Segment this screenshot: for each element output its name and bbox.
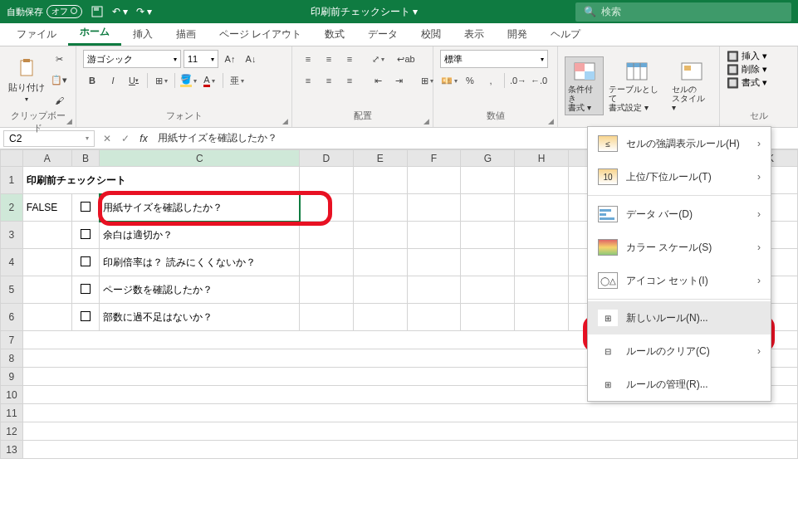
format-cells-button[interactable]: 🔲書式 ▾ <box>727 76 767 89</box>
font-name-combo[interactable]: 游ゴシック▾ <box>83 50 181 68</box>
col-header-c[interactable]: C <box>100 150 300 167</box>
cf-manage-rules[interactable]: ⊞ ルールの管理(R)... <box>588 368 771 401</box>
cancel-formula-button[interactable]: ✕ <box>98 129 116 148</box>
col-header-d[interactable]: D <box>300 150 354 167</box>
col-header-b[interactable]: B <box>71 150 100 167</box>
cf-clear-rules[interactable]: ⊟ ルールのクリア(C)› <box>588 334 771 368</box>
decrease-decimal-button[interactable]: ←.0 <box>530 71 548 90</box>
row-header-3[interactable]: 3 <box>1 222 23 249</box>
row-header-12[interactable]: 12 <box>1 422 23 441</box>
tab-home[interactable]: ホーム <box>68 21 121 46</box>
tab-view[interactable]: 表示 <box>453 23 496 46</box>
align-bottom-button[interactable]: ≡ <box>340 50 359 68</box>
increase-font-button[interactable]: A↑ <box>221 50 239 68</box>
accounting-format-button[interactable]: 💴 <box>440 71 458 90</box>
tab-help[interactable]: ヘルプ <box>539 23 592 46</box>
checkbox-2[interactable] <box>81 202 91 212</box>
underline-button[interactable]: U▾ <box>125 71 143 90</box>
search-box[interactable]: 🔍 検索 <box>575 2 791 22</box>
cell-c6[interactable]: 部数に過不足はないか？ <box>100 304 300 331</box>
insert-cells-button[interactable]: 🔲挿入 ▾ <box>727 50 767 62</box>
increase-decimal-button[interactable]: .0→ <box>509 71 527 90</box>
save-icon[interactable] <box>91 5 104 18</box>
cf-icon-sets[interactable]: ◯△ アイコン セット(I)› <box>588 264 771 297</box>
align-middle-button[interactable]: ≡ <box>320 50 338 68</box>
row-header-10[interactable]: 10 <box>1 386 23 404</box>
increase-indent-button[interactable]: ⇥ <box>389 71 408 90</box>
clipboard-launcher[interactable]: ◢ <box>66 117 72 125</box>
orientation-button[interactable]: ⤢ <box>369 50 387 68</box>
workbook-title[interactable]: 印刷前チェックシート ▾ <box>160 5 567 19</box>
checkbox-6[interactable] <box>81 311 91 321</box>
col-header-g[interactable]: G <box>461 150 515 167</box>
number-format-combo[interactable]: 標準▾ <box>440 50 548 68</box>
row-header-11[interactable]: 11 <box>1 404 23 422</box>
col-header-a[interactable]: A <box>22 150 71 167</box>
fill-color-button[interactable]: 🪣 <box>179 71 198 90</box>
tab-data[interactable]: データ <box>356 23 409 46</box>
cell-b2[interactable] <box>71 194 100 222</box>
font-launcher[interactable]: ◢ <box>282 117 288 125</box>
cf-new-rule[interactable]: ⊞ 新しいルール(N)... <box>588 301 771 334</box>
cf-data-bars[interactable]: データ バー(D)› <box>588 198 771 231</box>
tab-draw[interactable]: 描画 <box>164 23 208 46</box>
cell-a2[interactable]: FALSE <box>22 194 71 222</box>
checkbox-3[interactable] <box>81 229 91 239</box>
cell-c4[interactable]: 印刷倍率は？ 読みにくくないか？ <box>100 249 300 276</box>
tab-insert[interactable]: 挿入 <box>121 23 164 46</box>
percent-button[interactable]: % <box>461 71 479 90</box>
cell-a1[interactable]: 印刷前チェックシート <box>22 167 299 194</box>
phonetic-button[interactable]: 亜 <box>228 71 246 90</box>
bold-button[interactable]: B <box>83 71 101 90</box>
enter-formula-button[interactable]: ✓ <box>116 129 135 148</box>
align-left-button[interactable]: ≡ <box>299 71 317 90</box>
row-header-5[interactable]: 5 <box>1 276 23 304</box>
font-color-button[interactable]: A <box>200 71 218 90</box>
comma-button[interactable]: , <box>482 71 500 90</box>
alignment-launcher[interactable]: ◢ <box>423 117 429 125</box>
copy-button[interactable]: 📋▾ <box>50 71 68 89</box>
italic-button[interactable]: I <box>104 71 122 90</box>
col-header-h[interactable]: H <box>515 150 569 167</box>
checkbox-4[interactable] <box>81 256 91 266</box>
cell-c2[interactable]: 用紙サイズを確認したか？ <box>100 194 300 222</box>
tab-page-layout[interactable]: ページ レイアウト <box>208 23 313 46</box>
cf-color-scales[interactable]: カラー スケール(S)› <box>588 231 771 264</box>
redo-button[interactable]: ↷ ▾ <box>136 6 152 17</box>
checkbox-5[interactable] <box>81 284 91 294</box>
tab-file[interactable]: ファイル <box>5 23 68 46</box>
cut-button[interactable]: ✂ <box>50 50 68 68</box>
delete-cells-button[interactable]: 🔲削除 ▾ <box>727 63 767 76</box>
row-header-9[interactable]: 9 <box>1 368 23 386</box>
col-header-f[interactable]: F <box>407 150 461 167</box>
paste-button[interactable]: 貼り付け ▾ <box>7 55 47 105</box>
row-header-1[interactable]: 1 <box>1 167 23 194</box>
tab-formulas[interactable]: 数式 <box>313 23 356 46</box>
cf-highlight-rules[interactable]: ≤ セルの強調表示ルール(H)› <box>588 127 771 160</box>
format-painter-button[interactable]: 🖌 <box>50 91 68 110</box>
col-header-e[interactable]: E <box>353 150 407 167</box>
select-all-corner[interactable] <box>1 150 23 167</box>
decrease-font-button[interactable]: A↓ <box>242 50 260 68</box>
number-launcher[interactable]: ◢ <box>548 117 554 125</box>
font-size-combo[interactable]: 11▾ <box>184 50 218 68</box>
tab-developer[interactable]: 開発 <box>496 23 539 46</box>
align-center-button[interactable]: ≡ <box>320 71 338 90</box>
row-header-8[interactable]: 8 <box>1 349 23 368</box>
row-header-13[interactable]: 13 <box>1 441 23 459</box>
tab-review[interactable]: 校閲 <box>409 23 453 46</box>
fx-button[interactable]: fx <box>135 129 153 148</box>
conditional-formatting-button[interactable]: 条件付き 書式 ▾ <box>565 56 604 115</box>
cell-c3[interactable]: 余白は適切か？ <box>100 222 300 249</box>
row-header-2[interactable]: 2 <box>1 194 23 222</box>
cell-c5[interactable]: ページ数を確認したか？ <box>100 276 300 304</box>
format-as-table-button[interactable]: テーブルとして 書式設定 ▾ <box>607 58 667 114</box>
autosave-toggle[interactable]: オフ <box>47 5 82 18</box>
cf-top-bottom-rules[interactable]: 10 上位/下位ルール(T)› <box>588 160 771 193</box>
row-header-6[interactable]: 6 <box>1 304 23 331</box>
wrap-text-button[interactable]: ↩ab <box>397 50 415 68</box>
borders-button[interactable]: ⊞ <box>152 71 170 90</box>
row-header-4[interactable]: 4 <box>1 249 23 276</box>
decrease-indent-button[interactable]: ⇤ <box>369 71 387 90</box>
align-right-button[interactable]: ≡ <box>340 71 359 90</box>
